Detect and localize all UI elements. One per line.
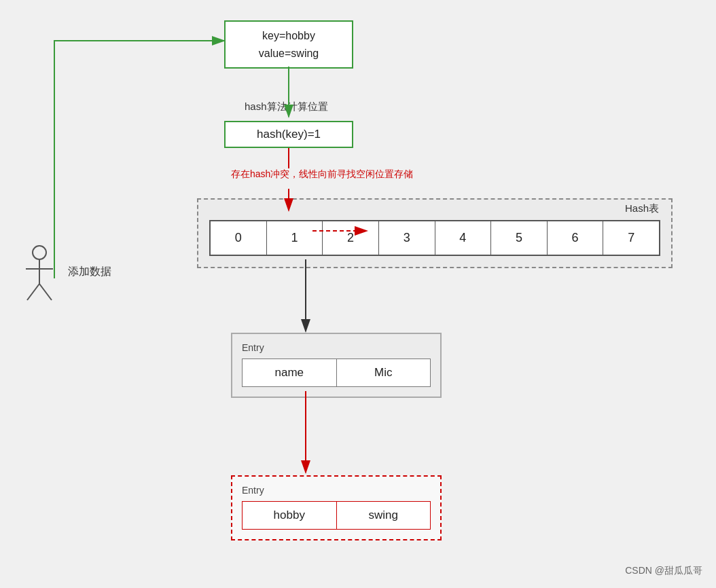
hash-cell-6: 6 xyxy=(548,221,604,255)
entry1-label: Entry xyxy=(242,342,431,353)
add-data-label: 添加数据 xyxy=(68,265,111,279)
hash-cell-7: 7 xyxy=(603,221,659,255)
entry1-key: name xyxy=(243,359,337,386)
hash-table-cells: 0 1 2 3 4 5 6 7 xyxy=(209,220,660,256)
entry1-value: Mic xyxy=(337,359,431,386)
hash-cell-2: 2 xyxy=(323,221,379,255)
entry2-fields: hobby swing xyxy=(242,501,431,530)
canvas: key=hobby value=swing hash算法计算位置 hash(ke… xyxy=(0,0,716,588)
hash-cell-1: 1 xyxy=(267,221,323,255)
hash-cell-4: 4 xyxy=(435,221,492,255)
svg-line-3 xyxy=(27,284,39,300)
entry2-value: swing xyxy=(337,502,431,529)
entry-box-1: Entry name Mic xyxy=(231,333,442,398)
kv-input-box: key=hobby value=swing xyxy=(224,20,353,69)
conflict-label: 存在hash冲突，线性向前寻找空闲位置存储 xyxy=(231,168,413,181)
hash-cell-0: 0 xyxy=(211,221,267,255)
kv-line1: key=hobby xyxy=(235,27,342,45)
stick-figure xyxy=(19,244,60,308)
entry2-key: hobby xyxy=(243,502,337,529)
hash-table-label: Hash表 xyxy=(625,202,659,215)
hash-cell-3: 3 xyxy=(379,221,435,255)
entry1-fields: name Mic xyxy=(242,359,431,387)
hash-algo-label: hash算法计算位置 xyxy=(245,100,328,113)
csdn-label: CSDN @甜瓜瓜哥 xyxy=(625,565,702,577)
hash-cell-5: 5 xyxy=(491,221,548,255)
entry-box-2: Entry hobby swing xyxy=(231,475,442,540)
hash-table-container: 0 1 2 3 4 5 6 7 xyxy=(197,198,673,268)
kv-line2: value=swing xyxy=(235,45,342,62)
hash-result-box: hash(key)=1 xyxy=(224,121,353,148)
svg-line-4 xyxy=(39,284,52,300)
svg-point-0 xyxy=(33,246,46,259)
entry2-label: Entry xyxy=(242,485,431,496)
